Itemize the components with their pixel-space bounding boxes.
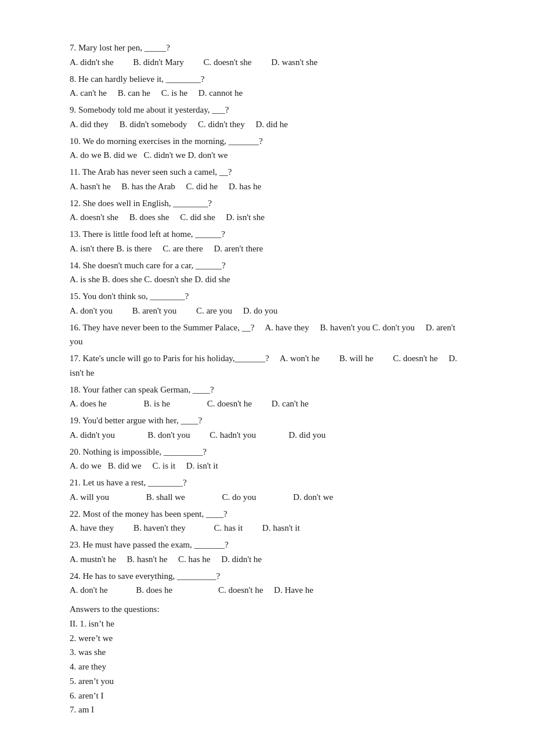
answer-4: 4. are they (70, 660, 464, 674)
question-13: 13. There is little food left at home, _… (70, 227, 464, 256)
q13-text: 13. There is little food left at home, _… (70, 227, 464, 242)
q8-options: A. can't he B. can he C. is he D. cannot… (70, 86, 464, 100)
q14-text: 14. She doesn't much care for a car, ___… (70, 258, 464, 273)
question-18: 18. Your father can speak German, ____? … (70, 383, 464, 412)
question-8: 8. He can hardly believe it, ________? A… (70, 72, 464, 101)
q23-options: A. mustn't he B. hasn't he C. has he D. … (70, 552, 464, 567)
q8-text: 8. He can hardly believe it, ________? (70, 72, 464, 87)
q9-text: 9. Somebody told me about it yesterday, … (70, 103, 464, 117)
question-24: 24. He has to save everything, _________… (70, 569, 464, 598)
q7-options: A. didn't she B. didn't Mary C. doesn't … (70, 55, 464, 70)
q22-text: 22. Most of the money has been spent, __… (70, 507, 464, 521)
question-9: 9. Somebody told me about it yesterday, … (70, 103, 464, 132)
question-21: 21. Let us have a rest, ________? A. wil… (70, 476, 464, 505)
q10-options: A. do we B. did we C. didn't we D. don't… (70, 148, 464, 163)
q20-options: A. do we B. did we C. is it D. isn't it (70, 459, 464, 473)
question-12: 12. She does well in English, ________? … (70, 196, 464, 225)
question-19: 19. You'd better argue with her, ____? A… (70, 413, 464, 442)
question-17: 17. Kate's uncle will go to Paris for hi… (70, 351, 464, 380)
q12-text: 12. She does well in English, ________? (70, 196, 464, 211)
q24-options: A. don't he B. does he C. doesn't he D. … (70, 583, 464, 597)
question-16: 16. They have never been to the Summer P… (70, 321, 464, 350)
answer-6: 6. aren’t I (70, 689, 464, 703)
question-11: 11. The Arab has never seen such a camel… (70, 165, 464, 194)
q10-text: 10. We do morning exercises in the morni… (70, 134, 464, 149)
q15-options: A. don't you B. aren't you C. are you D.… (70, 304, 464, 318)
q18-options: A. does he B. is he C. doesn't he D. can… (70, 397, 464, 411)
answer-7: 7. am I (70, 703, 464, 717)
q20-text: 20. Nothing is impossible, _________? (70, 445, 464, 459)
q7-text: 7. Mary lost her pen, _____? (70, 41, 464, 55)
q9-options: A. did they B. didn't somebody C. didn't… (70, 117, 464, 132)
q17-text: 17. Kate's uncle will go to Paris for hi… (70, 351, 464, 380)
content-area: 7. Mary lost her pen, _____? A. didn't s… (70, 41, 464, 717)
q19-options: A. didn't you B. don't you C. hadn't you… (70, 428, 464, 442)
q22-options: A. have they B. haven't they C. has it D… (70, 521, 464, 535)
q14-options: A. is she B. does she C. doesn't she D. … (70, 272, 464, 287)
question-22: 22. Most of the money has been spent, __… (70, 507, 464, 536)
q24-text: 24. He has to save everything, _________… (70, 569, 464, 584)
answers-heading: Answers to the questions: (70, 602, 464, 617)
answer-3: 3. was she (70, 645, 464, 660)
answers-sub-label: II. 1. isn’t he (70, 617, 464, 631)
q21-text: 21. Let us have a rest, ________? (70, 476, 464, 490)
question-10: 10. We do morning exercises in the morni… (70, 134, 464, 163)
q12-options: A. doesn't she B. does she C. did she D.… (70, 210, 464, 225)
answer-2: 2. were’t we (70, 631, 464, 646)
question-23: 23. He must have passed the exam, ______… (70, 538, 464, 567)
question-15: 15. You don't think so, ________? A. don… (70, 289, 464, 318)
q18-text: 18. Your father can speak German, ____? (70, 383, 464, 397)
q15-text: 15. You don't think so, ________? (70, 289, 464, 304)
answers-section: Answers to the questions: II. 1. isn’t h… (70, 602, 464, 717)
answer-5: 5. aren’t you (70, 674, 464, 689)
q23-text: 23. He must have passed the exam, ______… (70, 538, 464, 552)
question-14: 14. She doesn't much care for a car, ___… (70, 258, 464, 287)
q16-text: 16. They have never been to the Summer P… (70, 321, 464, 350)
q13-options: A. isn't there B. is there C. are there … (70, 242, 464, 256)
question-7: 7. Mary lost her pen, _____? A. didn't s… (70, 41, 464, 70)
q11-options: A. hasn't he B. has the Arab C. did he D… (70, 179, 464, 194)
q19-text: 19. You'd better argue with her, ____? (70, 413, 464, 428)
question-20: 20. Nothing is impossible, _________? A.… (70, 445, 464, 474)
q11-text: 11. The Arab has never seen such a camel… (70, 165, 464, 179)
q21-options: A. will you B. shall we C. do you D. don… (70, 490, 464, 505)
